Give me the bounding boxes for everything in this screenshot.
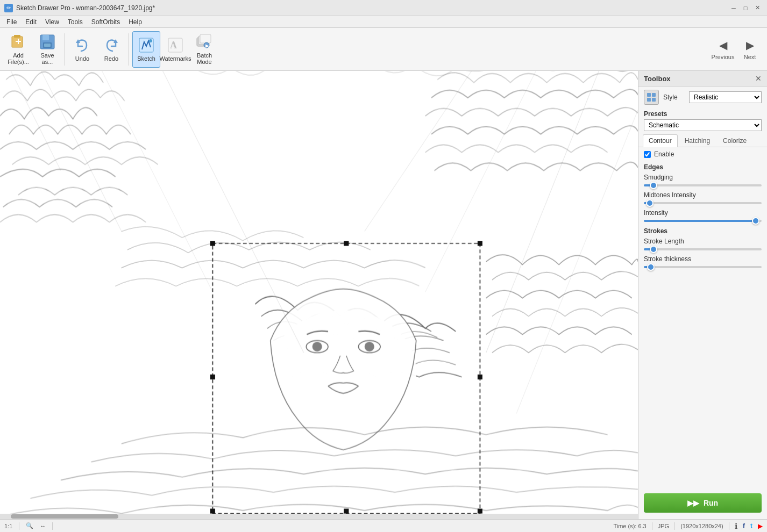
status-bar: 1:1 🔍 ↔ Time (s): 6.3 JPG (1920x1280x24)… <box>0 519 767 532</box>
svg-rect-33 <box>478 509 482 514</box>
svg-rect-36 <box>647 98 651 102</box>
style-select[interactable]: Realistic Pencil Charcoal Pastel <box>689 91 762 103</box>
svg-text:A: A <box>170 40 177 51</box>
save-as-label: Saveas... <box>40 52 54 65</box>
watermarks-icon: A <box>167 37 184 54</box>
smudging-slider-row: Smudging <box>638 172 767 190</box>
style-presets-icon[interactable] <box>644 90 659 105</box>
menu-file[interactable]: File <box>2 17 21 27</box>
stroke-thickness-track[interactable] <box>644 266 762 268</box>
svg-rect-34 <box>647 93 651 97</box>
redo-label: Redo <box>104 55 118 62</box>
enable-label[interactable]: Enable <box>654 150 674 158</box>
presets-select[interactable]: Schematic Default Light Heavy <box>644 119 762 131</box>
intensity-track[interactable] <box>644 220 762 222</box>
svg-rect-37 <box>652 98 656 102</box>
enable-checkbox[interactable] <box>644 151 651 158</box>
watermarks-button[interactable]: A Watermarks <box>161 31 189 68</box>
toolbox-close-button[interactable]: ✕ <box>755 74 762 83</box>
intensity-thumb[interactable] <box>752 217 759 225</box>
status-right: Time (s): 6.3 JPG (1920x1280x24) ℹ f t ▶ <box>613 522 763 530</box>
stroke-thickness-label: Stroke thickness <box>644 255 762 263</box>
tab-contour[interactable]: Contour <box>643 134 678 147</box>
svg-point-24 <box>365 342 374 351</box>
intensity-label: Intensity <box>644 209 762 217</box>
style-label: Style <box>663 94 685 101</box>
next-arrow-icon: ▶ <box>746 39 754 52</box>
horizontal-scrollbar[interactable] <box>0 514 638 519</box>
batch-mode-button[interactable]: ▶ BatchMode <box>190 31 218 68</box>
tab-colorize[interactable]: Colorize <box>717 134 752 147</box>
stroke-length-track[interactable] <box>644 248 762 250</box>
sketch-icon <box>138 37 155 54</box>
style-row: Style Realistic Pencil Charcoal Pastel <box>638 87 767 108</box>
undo-icon <box>74 37 91 54</box>
close-button[interactable]: ✕ <box>752 3 763 13</box>
stroke-length-slider-row: Stroke Length <box>638 236 767 254</box>
menu-edit[interactable]: Edit <box>21 17 41 27</box>
redo-icon <box>103 37 120 54</box>
effect-tabs: Contour Hatching Colorize <box>638 132 767 147</box>
toolbox-panel: Toolbox ✕ Style Realistic Pencil Charcoa… <box>638 71 767 519</box>
info-icon[interactable]: ℹ <box>735 522 737 530</box>
svg-rect-16 <box>200 34 211 43</box>
undo-label: Undo <box>75 55 89 62</box>
scroll-icon: ↔ <box>40 523 46 529</box>
zoom-level: 1:1 <box>4 523 12 529</box>
dimensions-label: (1920x1280x24) <box>680 523 723 529</box>
midtones-slider-row: Midtones Intensity <box>638 190 767 207</box>
watermarks-label: Watermarks <box>160 55 191 62</box>
window-title: Sketch Drawer Pro - woman-2003647_1920.j… <box>16 4 155 12</box>
menu-view[interactable]: View <box>41 17 63 27</box>
sketch-button[interactable]: Sketch <box>132 31 160 68</box>
menu-tools[interactable]: Tools <box>63 17 87 27</box>
scroll-thumb[interactable] <box>11 514 118 519</box>
youtube-icon[interactable]: ▶ <box>758 522 763 530</box>
redo-button[interactable]: Redo <box>97 31 125 68</box>
tab-hatching[interactable]: Hatching <box>679 134 716 147</box>
maximize-button[interactable]: □ <box>740 3 751 13</box>
save-as-icon <box>39 33 56 51</box>
menu-bar: File Edit View Tools SoftOrbits Help <box>0 16 767 28</box>
previous-label: Previous <box>712 54 735 60</box>
save-as-button[interactable]: Saveas... <box>33 31 61 68</box>
svg-rect-30 <box>478 375 482 379</box>
menu-softorbits[interactable]: SoftOrbits <box>87 17 124 27</box>
smudging-track[interactable] <box>644 184 762 186</box>
format-label: JPG <box>658 523 669 529</box>
svg-rect-35 <box>652 93 656 97</box>
run-icon: ▶▶ <box>687 499 699 507</box>
svg-rect-5 <box>42 35 49 40</box>
midtones-label: Midtones Intensity <box>644 191 762 199</box>
batch-mode-icon: ▶ <box>196 33 213 51</box>
add-files-icon <box>10 33 27 51</box>
add-files-button[interactable]: AddFile(s)... <box>4 31 32 68</box>
canvas-area[interactable] <box>0 71 638 519</box>
svg-point-11 <box>149 39 152 42</box>
svg-point-22 <box>313 342 322 351</box>
run-button[interactable]: ▶▶ Run <box>644 493 762 513</box>
twitter-icon[interactable]: t <box>750 522 752 530</box>
stroke-thickness-thumb[interactable] <box>647 263 655 271</box>
svg-rect-31 <box>210 509 215 514</box>
toolbox-title: Toolbox <box>644 75 671 83</box>
facebook-icon[interactable]: f <box>743 522 745 530</box>
next-button[interactable]: ▶ Next <box>737 31 763 68</box>
intensity-slider-row: Intensity <box>638 207 767 225</box>
minimize-button[interactable]: ─ <box>728 3 739 13</box>
undo-button[interactable]: Undo <box>68 31 96 68</box>
smudging-thumb[interactable] <box>650 182 657 189</box>
stroke-length-label: Stroke Length <box>644 238 762 245</box>
presets-label: Presets <box>644 110 762 118</box>
stroke-thickness-slider-row: Stroke thickness <box>638 254 767 271</box>
sketch-label: Sketch <box>137 55 155 62</box>
sketch-canvas <box>0 71 638 519</box>
previous-arrow-icon: ◀ <box>719 39 727 52</box>
previous-button[interactable]: ◀ Previous <box>710 31 736 68</box>
menu-help[interactable]: Help <box>124 17 146 27</box>
stroke-length-thumb[interactable] <box>650 246 657 253</box>
svg-rect-28 <box>478 241 482 246</box>
midtones-track[interactable] <box>644 202 762 204</box>
midtones-thumb[interactable] <box>646 199 654 207</box>
intensity-fill <box>644 220 756 222</box>
